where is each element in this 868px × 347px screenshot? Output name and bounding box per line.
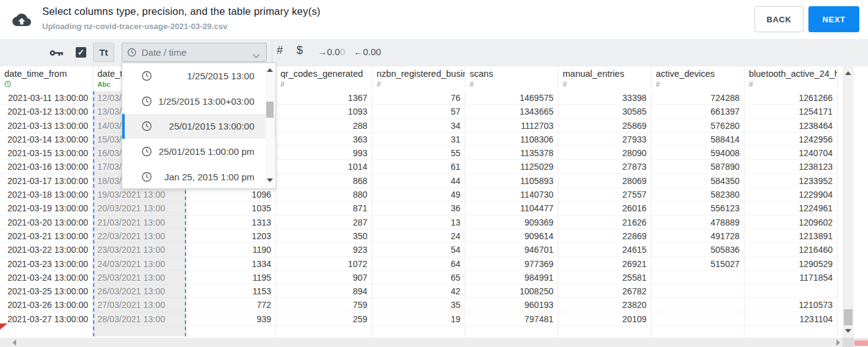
number-type-button[interactable]: # xyxy=(277,44,283,57)
table-cell[interactable]: 1140730 xyxy=(465,188,558,201)
table-cell[interactable]: 1216460 xyxy=(745,243,837,257)
table-cell[interactable]: 1112703 xyxy=(465,119,558,133)
table-cell[interactable] xyxy=(651,284,744,298)
table-cell[interactable]: 25581 xyxy=(558,271,651,284)
table-cell[interactable]: 21/03/2021 13:00 xyxy=(94,216,185,229)
column-nzbn_registered_busine[interactable]: 7657343155614449361324546465423519 xyxy=(372,91,465,336)
primary-key-icon[interactable] xyxy=(50,48,64,58)
table-cell[interactable]: 65 xyxy=(372,271,465,284)
table-cell[interactable]: 24615 xyxy=(558,243,651,257)
table-cell[interactable] xyxy=(745,284,837,298)
table-cell[interactable]: 1213891 xyxy=(745,229,837,243)
table-cell[interactable]: 1233952 xyxy=(745,174,837,188)
table-cell[interactable]: 21626 xyxy=(558,216,651,229)
dropdown-scrollbar[interactable] xyxy=(266,64,274,186)
table-cell[interactable]: 42 xyxy=(372,284,465,298)
table-cell[interactable]: 57 xyxy=(372,105,465,118)
table-cell[interactable]: 1231104 xyxy=(745,312,837,326)
table-cell[interactable]: 22869 xyxy=(558,229,651,243)
table-cell[interactable] xyxy=(651,298,744,312)
add-decimal-button[interactable]: →0.00 xyxy=(318,46,345,57)
table-cell[interactable]: 923 xyxy=(276,243,372,257)
vertical-scrollbar[interactable] xyxy=(843,66,854,338)
table-cell[interactable]: 1254171 xyxy=(745,105,837,118)
table-cell[interactable]: 350 xyxy=(276,229,372,243)
table-cell[interactable]: 661397 xyxy=(651,105,744,118)
column-header-bluetooth_active_24_hr_[interactable]: bluetooth_active_24_hr_# xyxy=(745,66,838,89)
table-cell[interactable]: 491728 xyxy=(651,229,744,243)
column-header-scans[interactable]: scans# xyxy=(465,66,558,89)
table-cell[interactable]: 1014 xyxy=(276,160,372,174)
table-cell[interactable]: 772 xyxy=(186,298,275,312)
table-cell[interactable]: 1242956 xyxy=(745,133,837,146)
table-cell[interactable]: 1210573 xyxy=(745,298,837,312)
back-button[interactable]: BACK xyxy=(754,6,803,32)
table-cell[interactable]: 1125029 xyxy=(465,160,558,174)
table-cell[interactable]: 23/03/2021 13:00 xyxy=(94,243,185,257)
column-qr_codes_generated[interactable]: 1367109328836399310148688808712873509231… xyxy=(276,91,372,336)
table-cell[interactable]: 1104477 xyxy=(465,201,558,215)
table-cell[interactable]: 2021-03-20 13:00:00 xyxy=(0,216,92,229)
table-cell[interactable]: 2021-03-11 13:00:00 xyxy=(0,91,92,105)
table-cell[interactable]: 576280 xyxy=(651,119,744,133)
table-cell[interactable]: 880 xyxy=(276,188,372,201)
table-cell[interactable]: 26921 xyxy=(558,257,651,271)
table-cell[interactable]: 993 xyxy=(276,146,372,160)
table-cell[interactable]: 594008 xyxy=(651,146,744,160)
table-cell[interactable]: 25869 xyxy=(558,119,651,133)
table-cell[interactable]: 2021-03-23 13:00:00 xyxy=(0,257,92,271)
date-format-option[interactable]: 1/25/2015 13:00 xyxy=(122,63,275,89)
table-cell[interactable]: 13 xyxy=(372,216,465,229)
table-cell[interactable]: 2021-03-12 13:00:00 xyxy=(0,105,92,118)
table-cell[interactable]: 1195 xyxy=(186,271,275,284)
table-cell[interactable]: 20109 xyxy=(558,312,651,326)
next-button[interactable]: NEXT xyxy=(808,6,859,32)
horizontal-scrollbar[interactable] xyxy=(0,338,868,347)
column-header-manual_entries[interactable]: manual_entries# xyxy=(558,66,651,89)
table-cell[interactable]: 49 xyxy=(372,188,465,201)
table-cell[interactable]: 1035 xyxy=(186,201,275,215)
table-cell[interactable]: 27/03/2021 13:00 xyxy=(94,298,185,312)
table-cell[interactable]: 1203 xyxy=(186,229,275,243)
table-cell[interactable]: 259 xyxy=(276,312,372,326)
table-cell[interactable]: 1238464 xyxy=(745,119,837,133)
table-cell[interactable]: 939 xyxy=(186,312,275,326)
table-cell[interactable]: 1072 xyxy=(276,257,372,271)
table-cell[interactable]: 76 xyxy=(372,91,465,105)
table-cell[interactable]: 1229904 xyxy=(745,188,837,201)
table-cell[interactable]: 2021-03-21 13:00:00 xyxy=(0,229,92,243)
table-cell[interactable]: 27557 xyxy=(558,188,651,201)
remove-decimal-button[interactable]: ←0.00 xyxy=(354,46,381,57)
column-header-date_time_from[interactable]: date_time_from xyxy=(0,66,93,89)
scroll-down-arrow-icon[interactable] xyxy=(267,178,273,182)
table-cell[interactable]: 27873 xyxy=(558,160,651,174)
table-cell[interactable]: 288 xyxy=(276,119,372,133)
table-cell[interactable]: 946701 xyxy=(465,243,558,257)
scroll-up-arrow-icon[interactable] xyxy=(267,68,273,72)
table-cell[interactable]: 759 xyxy=(276,298,372,312)
table-cell[interactable] xyxy=(651,271,744,284)
table-cell[interactable]: 1334 xyxy=(186,257,275,271)
table-cell[interactable]: 977369 xyxy=(465,257,558,271)
column-header-nzbn_registered_busine[interactable]: nzbn_registered_busine# xyxy=(372,66,465,89)
table-cell[interactable]: 28090 xyxy=(558,146,651,160)
column-bluetooth_active_24_hr_[interactable]: 1261266125417112384641242956124070412381… xyxy=(745,91,838,336)
table-cell[interactable]: 30585 xyxy=(558,105,651,118)
vertical-scrollbar-thumb[interactable] xyxy=(844,309,852,325)
column-type-dropdown[interactable]: Date / time xyxy=(122,43,267,62)
table-cell[interactable]: 2021-03-16 13:00:00 xyxy=(0,160,92,174)
table-cell[interactable]: 1008250 xyxy=(465,284,558,298)
date-format-option[interactable]: 1/25/2015 13:00+03:00 xyxy=(122,89,275,114)
table-cell[interactable]: 1469575 xyxy=(465,91,558,105)
table-cell[interactable]: 960193 xyxy=(465,298,558,312)
table-cell[interactable]: 64 xyxy=(372,257,465,271)
column-manual_entries[interactable]: 3339830585258692793328090278732806927557… xyxy=(558,91,651,336)
table-cell[interactable]: 2021-03-26 13:00:00 xyxy=(0,298,92,312)
table-cell[interactable]: 2021-03-18 13:00:00 xyxy=(0,188,92,201)
table-cell[interactable]: 1105893 xyxy=(465,174,558,188)
table-cell[interactable]: 907 xyxy=(276,271,372,284)
table-cell[interactable]: 24/03/2021 13:00 xyxy=(94,257,185,271)
table-cell[interactable]: 27933 xyxy=(558,133,651,146)
column-header-active_devices[interactable]: active_devices# xyxy=(651,66,745,89)
table-cell[interactable]: 2021-03-14 13:00:00 xyxy=(0,133,92,146)
